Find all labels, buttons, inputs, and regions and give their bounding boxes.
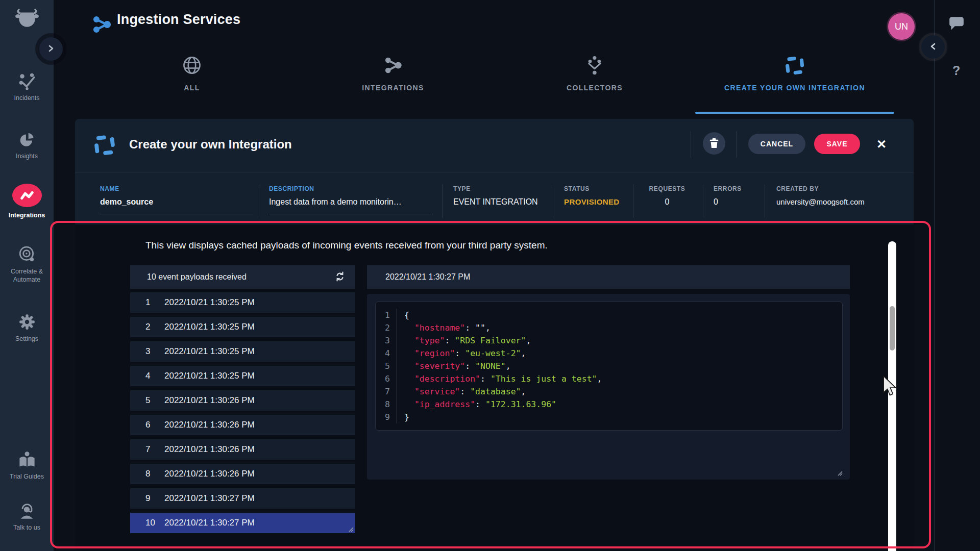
payload-row-number: 10 — [130, 518, 164, 528]
code-text: "service": "database", — [397, 385, 526, 398]
payload-row-timestamp: 2022/10/21 1:30:26 PM — [164, 395, 355, 406]
field-label: STATUS — [564, 185, 620, 192]
input-underline — [100, 214, 253, 214]
tab-create-your-own-integration[interactable]: CREATE YOUR OWN INTEGRATION — [724, 55, 865, 92]
close-button[interactable]: ✕ — [872, 135, 891, 153]
field-value[interactable]: demo_source — [100, 197, 253, 207]
field-status: STATUS PROVISIONED — [564, 185, 620, 206]
payload-row-number: 9 — [130, 493, 164, 504]
active-tab-underline — [695, 112, 894, 114]
sidebar-item-label: Correlate & Automate — [3, 268, 52, 284]
moogsoft-logo[interactable] — [0, 8, 54, 29]
trial-guides-icon — [18, 451, 36, 468]
close-icon: ✕ — [876, 137, 887, 151]
field-label: NAME — [100, 185, 253, 192]
payload-row[interactable]: 22022/10/21 1:30:25 PM — [130, 317, 355, 337]
field-name[interactable]: NAME demo_source — [100, 185, 253, 214]
field-value: 0 — [714, 197, 742, 207]
cancel-button[interactable]: CANCEL — [748, 134, 805, 154]
code-text: { — [397, 309, 409, 321]
sidebar-item-correlate-automate[interactable]: Correlate & Automate — [0, 246, 54, 284]
resize-grip[interactable] — [348, 525, 354, 531]
chat-bubble-icon[interactable] — [948, 16, 965, 33]
collapse-panel-button[interactable] — [921, 35, 945, 59]
sidebar-item-insights[interactable]: Insights — [0, 132, 54, 161]
divider — [736, 131, 737, 158]
divider — [765, 184, 765, 218]
tab-integrations[interactable]: INTEGRATIONS — [362, 55, 424, 92]
save-button[interactable]: SAVE — [814, 134, 860, 154]
scrollbar[interactable] — [888, 241, 896, 551]
field-value[interactable]: Ingest data from a demo monitorin… — [269, 197, 431, 207]
payload-row-number: 3 — [130, 346, 164, 357]
refresh-button[interactable] — [335, 271, 345, 283]
payload-row-timestamp: 2022/10/21 1:30:27 PM — [164, 518, 355, 528]
payload-row[interactable]: 52022/10/21 1:30:26 PM — [130, 390, 355, 411]
payload-list-title: 10 event payloads received — [147, 272, 335, 282]
field-created-by: CREATED BY university@moogsoft.com — [776, 185, 865, 206]
field-type: TYPE EVENT INTEGRATION — [453, 185, 538, 207]
divider — [934, 0, 935, 551]
expand-sidebar-button[interactable] — [39, 37, 63, 61]
field-label: ERRORS — [714, 185, 742, 192]
sidebar-item-label: Settings — [3, 335, 52, 343]
payload-row[interactable]: 62022/10/21 1:30:26 PM — [130, 415, 355, 435]
create-integration-panel: Create your own Integration CANCEL SAVE … — [75, 119, 914, 551]
scrollbar-thumb[interactable] — [890, 306, 895, 350]
payload-row-timestamp: 2022/10/21 1:30:25 PM — [164, 371, 355, 381]
integrations-icon — [12, 184, 42, 207]
sidebar-item-label: Talk to us — [3, 524, 52, 532]
payload-row[interactable]: 42022/10/21 1:30:25 PM — [130, 366, 355, 386]
line-number: 1 — [376, 309, 397, 321]
tab-all[interactable]: ALL — [182, 55, 202, 92]
line-number: 8 — [376, 398, 397, 411]
help-icon[interactable]: ? — [952, 63, 960, 78]
sidebar-item-label: Insights — [3, 153, 52, 161]
delete-button[interactable] — [703, 132, 725, 155]
payload-row[interactable]: 102022/10/21 1:30:27 PM — [130, 513, 355, 533]
chevron-left-icon — [929, 42, 937, 52]
divider — [703, 184, 703, 218]
payload-detail-body: 1{2 "hostname": "",3 "type": "RDS Failov… — [367, 294, 850, 480]
field-label: TYPE — [453, 185, 538, 192]
payload-row-number: 1 — [130, 297, 164, 308]
payload-row[interactable]: 82022/10/21 1:30:26 PM — [130, 464, 355, 484]
tab-collectors[interactable]: COLLECTORS — [567, 55, 623, 92]
payload-json-editor[interactable]: 1{2 "hostname": "",3 "type": "RDS Failov… — [375, 302, 843, 431]
sidebar-item-talk-to-us[interactable]: Talk to us — [0, 502, 54, 532]
tab-label: COLLECTORS — [567, 84, 623, 92]
sidebar: Incidents Insights Integrations — [0, 0, 54, 551]
line-number: 3 — [376, 334, 397, 347]
panel-title: Create your own Integration — [129, 137, 292, 152]
field-errors: ERRORS 0 — [714, 185, 742, 207]
avatar[interactable]: UN — [888, 13, 915, 40]
payload-row[interactable]: 12022/10/21 1:30:25 PM — [130, 292, 355, 313]
payload-row-number: 7 — [130, 444, 164, 455]
line-number: 6 — [376, 372, 397, 385]
payload-row[interactable]: 72022/10/21 1:30:26 PM — [130, 439, 355, 460]
code-line: 1{ — [376, 309, 842, 321]
payload-row[interactable]: 92022/10/21 1:30:27 PM — [130, 488, 355, 509]
code-line: 6 "description": "This is just a test", — [376, 372, 842, 385]
field-label: CREATED BY — [776, 185, 865, 192]
resize-grip[interactable] — [837, 469, 843, 474]
payload-row-timestamp: 2022/10/21 1:30:26 PM — [164, 444, 355, 455]
sidebar-item-settings[interactable]: Settings — [0, 313, 54, 343]
field-requests: REQUESTS 0 — [646, 185, 689, 207]
sidebar-item-integrations[interactable]: Integrations — [0, 184, 54, 220]
payload-view: This view displays cached payloads of in… — [75, 224, 914, 551]
payload-row-number: 8 — [130, 469, 164, 479]
payload-row[interactable]: 32022/10/21 1:30:25 PM — [130, 341, 355, 362]
settings-gear-icon — [18, 313, 36, 331]
field-description[interactable]: DESCRIPTION Ingest data from a demo moni… — [269, 185, 431, 214]
field-label: REQUESTS — [646, 185, 689, 192]
code-text: "severity": "NONE", — [397, 360, 511, 372]
sidebar-item-label: Integrations — [3, 212, 52, 220]
refresh-icon — [335, 271, 345, 283]
share-icon — [383, 55, 403, 78]
code-line: 3 "type": "RDS Failover", — [376, 334, 842, 347]
sidebar-item-trial-guides[interactable]: Trial Guides — [0, 451, 54, 481]
cow-logo-icon — [15, 8, 39, 29]
field-value: EVENT INTEGRATION — [453, 197, 538, 207]
sidebar-item-incidents[interactable]: Incidents — [0, 72, 54, 103]
